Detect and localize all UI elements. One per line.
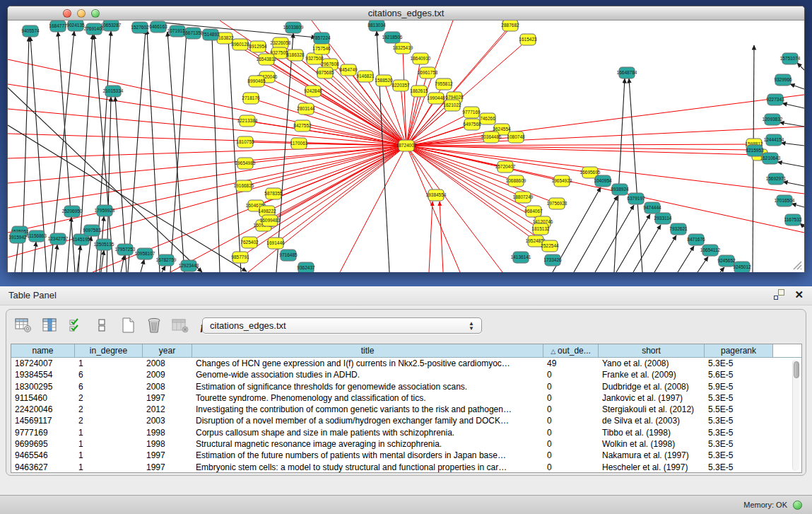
graph-node[interactable]: 1862615 xyxy=(410,86,428,97)
graph-node[interactable]: 12923448 xyxy=(179,260,199,271)
table-row[interactable]: 1456911722003Disruption of a novel membe… xyxy=(11,415,801,426)
graph-edge[interactable] xyxy=(429,201,433,272)
graph-node[interactable]: 1588520 xyxy=(375,75,393,86)
graph-node[interactable]: 8427552 xyxy=(293,120,312,132)
graph-node[interactable]: 17957253 xyxy=(115,244,136,255)
graph-edge[interactable] xyxy=(141,259,144,272)
delete-column-button[interactable] xyxy=(144,317,164,337)
graph-edge[interactable] xyxy=(54,245,57,272)
graph-node[interactable]: 14136141 xyxy=(511,252,531,263)
graph-node[interactable]: 7625402 xyxy=(240,237,259,248)
graph-node[interactable]: 19166825 xyxy=(234,180,254,192)
graph-nodes[interactable]: 9163822896012889129542322605893275051654… xyxy=(8,21,801,272)
graph-node[interactable]: 18640910 xyxy=(411,53,431,64)
graph-edge[interactable] xyxy=(678,246,694,272)
graph-edge[interactable] xyxy=(777,162,804,167)
graph-node[interactable]: 12093832 xyxy=(763,114,783,125)
graph-edge[interactable] xyxy=(406,146,502,272)
graph-node[interactable]: 9146821 xyxy=(356,71,375,82)
graph-edge[interactable] xyxy=(406,146,541,229)
graph-node[interactable]: 12444154 xyxy=(764,134,784,146)
graph-node[interactable]: 15692971 xyxy=(766,173,787,185)
graph-edge[interactable] xyxy=(654,235,676,272)
graph-node[interactable]: 2718176 xyxy=(242,93,260,104)
graph-edge[interactable] xyxy=(782,103,804,108)
graph-node[interactable]: 8220357 xyxy=(392,80,410,91)
graph-edge[interactable] xyxy=(406,146,751,150)
graph-node[interactable]: 2803144 xyxy=(297,103,315,115)
graph-node[interactable]: 10688609 xyxy=(506,175,526,187)
graph-node[interactable]: 11156863 xyxy=(27,230,47,242)
graph-node[interactable]: 1527602 xyxy=(131,22,149,33)
graph-edge[interactable] xyxy=(792,204,804,207)
graph-node[interactable]: 6379197 xyxy=(627,193,645,204)
graph-node[interactable]: 15751074 xyxy=(780,53,801,64)
graph-node[interactable]: 9684067 xyxy=(524,206,543,217)
graph-node[interactable]: 8960128 xyxy=(231,39,249,50)
graph-node[interactable]: 12213384 xyxy=(237,115,258,127)
graph-node[interactable]: 9875685 xyxy=(316,67,334,78)
graph-node[interactable]: 1621022 xyxy=(443,100,461,111)
graph-node[interactable]: 1990448 xyxy=(427,93,445,104)
graph-edge[interactable] xyxy=(128,30,146,272)
create-column-button[interactable] xyxy=(118,317,138,337)
graph-edge[interactable] xyxy=(170,32,187,272)
graph-node[interactable]: 16961758 xyxy=(418,67,438,78)
column-header-short[interactable]: short xyxy=(599,344,705,358)
graph-node[interactable]: 16782759 xyxy=(156,255,177,266)
show-columns-button[interactable] xyxy=(40,317,59,337)
graph-edge[interactable] xyxy=(629,78,642,272)
graph-node[interactable]: 2887682 xyxy=(501,21,519,31)
graph-edge[interactable] xyxy=(781,143,804,146)
close-panel-icon[interactable]: ✕ xyxy=(794,289,804,300)
table-row[interactable]: 911546021997Tourette syndrome. Phenomeno… xyxy=(11,392,801,404)
table-row[interactable]: 2242004622012Investigating the contribut… xyxy=(11,404,801,415)
graph-node[interactable]: 21015334 xyxy=(103,86,124,97)
minimize-window-button[interactable] xyxy=(77,9,86,18)
graph-node[interactable]: 2522544 xyxy=(541,240,559,252)
table-row[interactable]: 1872400712008Changes of HCN gene express… xyxy=(11,358,801,369)
table-row[interactable]: 946554611997Estimation of the future num… xyxy=(11,450,801,461)
graph-node[interactable]: 8912954 xyxy=(249,41,267,52)
table-row[interactable]: 1830029562008Estimation of significance … xyxy=(11,381,801,392)
graph-node[interactable]: 7514893 xyxy=(201,29,220,40)
graph-node[interactable]: 9024135 xyxy=(66,21,85,31)
graph-node[interactable]: 9405574 xyxy=(21,25,40,37)
graph-node[interactable]: 8186328 xyxy=(286,49,305,61)
row-height-button[interactable] xyxy=(92,317,112,337)
zoom-window-button[interactable] xyxy=(91,9,100,18)
column-header-in_degree[interactable]: in_degree xyxy=(75,344,143,358)
graph-node[interactable]: 9362437 xyxy=(297,262,315,272)
graph-node[interactable]: 18807249 xyxy=(513,192,534,203)
graph-edge[interactable] xyxy=(8,146,406,233)
column-header-name[interactable]: name xyxy=(11,344,75,358)
graph-node[interactable]: 1757546 xyxy=(312,43,331,54)
graph-node[interactable]: 19654923 xyxy=(552,175,572,187)
graph-node[interactable]: 8813034 xyxy=(367,21,386,31)
graph-node[interactable]: 17959928 xyxy=(95,205,115,216)
close-window-button[interactable] xyxy=(63,9,71,18)
graph-node[interactable]: 7932621 xyxy=(669,223,688,235)
memory-status-icon[interactable] xyxy=(793,501,802,510)
graph-edge[interactable] xyxy=(783,182,804,186)
graph-edge[interactable] xyxy=(574,196,618,272)
graph-node[interactable]: 19384554 xyxy=(426,189,447,201)
graph-node[interactable]: 1815132 xyxy=(531,223,550,235)
graph-edge[interactable] xyxy=(403,48,406,146)
graph-node[interactable]: 9097583 xyxy=(83,225,101,236)
graph-node[interactable]: 16648784 xyxy=(617,67,637,78)
graph-edge[interactable] xyxy=(212,35,220,272)
graph-node[interactable]: 12505135 xyxy=(94,239,114,250)
graph-node[interactable]: 8990465 xyxy=(247,76,266,87)
graph-edge[interactable] xyxy=(614,78,625,272)
table-row[interactable]: 1938455462009Genome-wide association stu… xyxy=(11,369,801,380)
graph-node[interactable]: 6497568 xyxy=(463,119,481,130)
graph-node[interactable]: 1080748 xyxy=(507,132,525,143)
graph-node[interactable]: 16671358 xyxy=(183,28,204,39)
table-mode-button[interactable] xyxy=(13,317,33,337)
table-vertical-scrollbar[interactable] xyxy=(792,360,799,471)
graph-edge[interactable] xyxy=(720,267,724,272)
graph-node[interactable]: 8471676 xyxy=(687,234,705,245)
graph-hub-node[interactable]: 18724007 xyxy=(396,140,417,151)
graph-node[interactable]: 1691446 xyxy=(266,238,285,249)
